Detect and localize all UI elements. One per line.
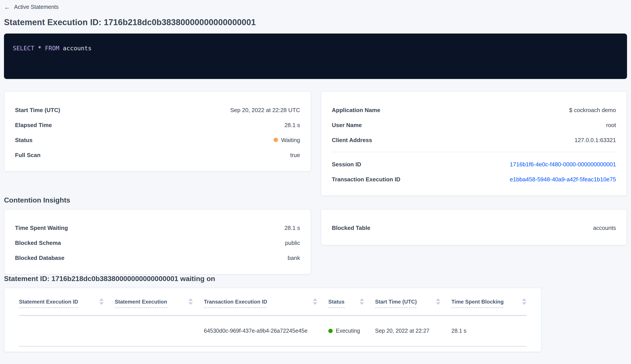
info-value: root (606, 122, 616, 128)
back-link-label: Active Statements (14, 4, 59, 10)
info-row-transaction-execution-id: Transaction Execution ID e1bba458-5948-4… (332, 172, 616, 187)
contention-insights-heading: Contention Insights (4, 196, 627, 205)
execution-details-card: Start Time (UTC) Sep 20, 2022 at 22:28 U… (4, 91, 311, 172)
session-details-card: Application Name $ cockroach demo User N… (321, 91, 627, 196)
info-row-blocked-table: Blocked Table accounts (332, 220, 616, 235)
info-row-elapsed-time: Elapsed Time 28.1 s (15, 117, 300, 132)
sql-keyword: FROM (45, 44, 59, 52)
sort-arrows-icon[interactable] (522, 298, 526, 305)
info-value: public (285, 239, 300, 246)
info-value: true (290, 152, 300, 158)
table-header-row: Statement Execution ID Statement Executi… (19, 288, 526, 316)
cell-time-spent-blocking: 28.1 s (452, 316, 527, 346)
sql-star: * (38, 44, 42, 52)
info-label: Blocked Database (15, 254, 64, 261)
sql-table-name: accounts (63, 44, 92, 52)
info-label: Transaction Execution ID (332, 176, 400, 182)
table-row: 64530d0c-969f-437e-a9b4-26a72245e45e Exe… (19, 316, 526, 347)
info-value: Sep 20, 2022 at 22:28 UTC (230, 106, 300, 113)
arrow-left-icon: ← (4, 4, 10, 10)
info-label: Session ID (332, 161, 361, 168)
info-row-start-time: Start Time (UTC) Sep 20, 2022 at 22:28 U… (15, 102, 300, 117)
contention-details-card: Time Spent Waiting 28.1 s Blocked Schema… (4, 209, 311, 274)
status-badge: Waiting (281, 136, 300, 143)
waiting-on-heading: Statement ID: 1716b218dc0b38380000000000… (4, 274, 627, 283)
cell-statement-execution (115, 316, 204, 346)
column-header-transaction-execution-id[interactable]: Transaction Execution ID (204, 288, 328, 315)
waiting-status-dot-icon (274, 138, 278, 142)
status-badge: Executing (336, 328, 360, 334)
column-header-statement-execution[interactable]: Statement Execution (115, 288, 204, 315)
info-row-full-scan: Full Scan true (15, 147, 300, 162)
info-label: Blocked Schema (15, 239, 61, 246)
sql-statement-text: SELECT*FROMaccounts (13, 44, 618, 52)
info-value: bank (288, 254, 300, 261)
back-link[interactable]: ← Active Statements (4, 0, 59, 10)
page-title: Statement Execution ID: 1716b218dc0b3838… (4, 17, 627, 28)
sort-arrows-icon[interactable] (313, 298, 317, 305)
info-row-blocked-schema: Blocked Schema public (15, 235, 300, 250)
session-id-link[interactable]: 1716b1f6-4e0c-f480-0000-000000000001 (510, 161, 616, 168)
info-row-blocked-database: Blocked Database bank (15, 250, 300, 265)
transaction-execution-id-link[interactable]: e1bba458-5948-40a9-a42f-5feac1b10e75 (510, 176, 616, 182)
sort-arrows-icon[interactable] (436, 298, 440, 305)
info-row-session-id: Session ID 1716b1f6-4e0c-f480-0000-00000… (332, 157, 616, 172)
cell-statement-execution-id (19, 316, 115, 346)
info-row-user-name: User Name root (332, 117, 616, 132)
info-label: Blocked Table (332, 224, 370, 231)
sql-statement-box: SELECT*FROMaccounts (4, 34, 627, 79)
info-row-status: Status Waiting (15, 132, 300, 147)
info-label: Application Name (332, 106, 380, 113)
page: ← Active Statements Statement Execution … (0, 0, 631, 364)
column-header-status[interactable]: Status (328, 288, 375, 315)
sql-keyword: SELECT (13, 44, 34, 52)
cell-transaction-execution-id: 64530d0c-969f-437e-a9b4-26a72245e45e (204, 316, 328, 346)
sort-arrows-icon[interactable] (99, 298, 104, 305)
info-row-application-name: Application Name $ cockroach demo (332, 102, 616, 117)
info-label: User Name (332, 122, 362, 128)
waiting-on-table: Statement Execution ID Statement Executi… (4, 288, 542, 352)
sort-arrows-icon[interactable] (188, 298, 193, 305)
info-label: Elapsed Time (15, 122, 52, 128)
column-header-time-spent-blocking[interactable]: Time Spent Blocking (452, 288, 527, 315)
info-value: 127.0.0.1:63321 (574, 136, 616, 143)
info-label: Full Scan (15, 152, 40, 158)
cell-status: Executing (328, 316, 375, 346)
info-label: Status (15, 136, 32, 143)
info-value: accounts (593, 224, 616, 231)
executing-status-dot-icon (328, 329, 333, 333)
table-bottom-padding (19, 347, 526, 352)
info-value: 28.1 s (284, 122, 300, 128)
info-row-time-spent-waiting: Time Spent Waiting 28.1 s (15, 220, 300, 235)
cell-start-time: Sep 20, 2022 at 22:27 (375, 316, 452, 346)
blocked-table-card: Blocked Table accounts (321, 209, 627, 245)
sort-arrows-icon[interactable] (360, 298, 364, 305)
info-value: $ cockroach demo (569, 106, 616, 113)
info-value: 28.1 s (284, 224, 300, 231)
info-label: Start Time (UTC) (15, 106, 60, 113)
card-divider (332, 152, 616, 152)
column-header-start-time[interactable]: Start Time (UTC) (375, 288, 452, 315)
info-row-client-address: Client Address 127.0.0.1:63321 (332, 132, 616, 147)
column-header-statement-execution-id[interactable]: Statement Execution ID (19, 288, 115, 315)
info-label: Time Spent Waiting (15, 224, 68, 231)
info-label: Client Address (332, 136, 372, 143)
